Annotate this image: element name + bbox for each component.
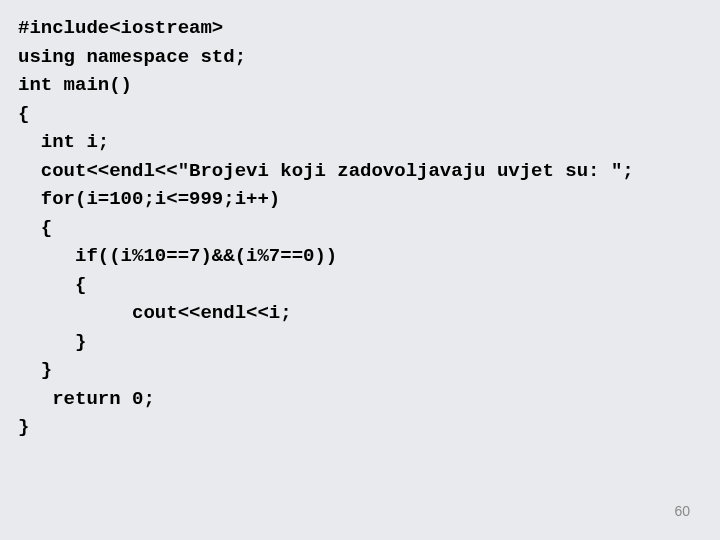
code-line: if((i%10==7)&&(i%7==0)) bbox=[18, 242, 702, 271]
code-line: } bbox=[18, 413, 702, 442]
code-line: return 0; bbox=[18, 385, 702, 414]
code-line: cout<<endl<<"Brojevi koji zadovoljavaju … bbox=[18, 157, 702, 186]
code-line: { bbox=[18, 214, 702, 243]
code-line: } bbox=[18, 356, 702, 385]
code-block: #include<iostream> using namespace std; … bbox=[18, 14, 702, 442]
page-number: 60 bbox=[674, 501, 690, 522]
code-line: { bbox=[18, 100, 702, 129]
code-line: { bbox=[18, 271, 702, 300]
code-line: } bbox=[18, 328, 702, 357]
code-line: cout<<endl<<i; bbox=[18, 299, 702, 328]
code-line: for(i=100;i<=999;i++) bbox=[18, 185, 702, 214]
code-line: int i; bbox=[18, 128, 702, 157]
code-line: using namespace std; bbox=[18, 43, 702, 72]
code-line: int main() bbox=[18, 71, 702, 100]
code-line: #include<iostream> bbox=[18, 14, 702, 43]
